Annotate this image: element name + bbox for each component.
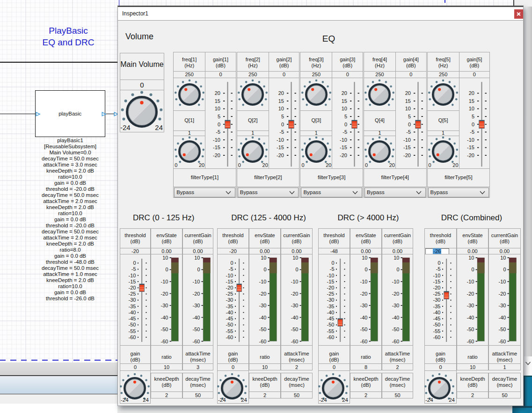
svg-text:-5: -5 [216,129,220,135]
svg-text:-20: -20 [403,152,411,158]
svg-text:-50: -50 [129,322,136,327]
svg-text:10: 10 [394,255,399,261]
svg-text:-30: -30 [226,297,233,303]
svg-text:-15: -15 [327,279,335,284]
svg-text:-15: -15 [226,279,233,284]
svg-text:5: 5 [344,114,347,119]
svg-text:10: 10 [261,255,266,261]
svg-text:-5: -5 [343,129,348,135]
svg-text:-15: -15 [467,145,474,150]
svg-text:-30: -30 [259,303,267,308]
svg-text:-50: -50 [259,326,267,332]
svg-text:15: 15 [342,98,347,103]
svg-text:-40: -40 [291,315,299,320]
svg-text:15: 15 [468,98,474,103]
svg-text:-20: -20 [259,291,267,297]
svg-text:-40: -40 [161,315,168,320]
svg-text:0: 0 [471,121,474,127]
svg-text:20: 20 [468,90,474,96]
svg-text:-10: -10 [340,137,347,142]
svg-text:-5: -5 [470,129,474,135]
svg-text:5: 5 [408,114,411,119]
svg-text:-25: -25 [129,291,136,297]
svg-text:0: 0 [331,260,334,266]
svg-text:-10: -10 [433,273,441,278]
svg-text:-20: -20 [277,152,284,158]
svg-text:-60: -60 [193,339,200,344]
svg-text:-60: -60 [360,339,368,344]
svg-text:-60: -60 [467,339,474,344]
svg-text:10: 10 [342,106,347,111]
svg-text:-10: -10 [360,279,368,284]
svg-text:-60: -60 [291,339,299,344]
svg-text:-20: -20 [226,285,233,290]
svg-text:-40: -40 [467,315,474,320]
svg-text:-45: -45 [129,316,136,321]
svg-text:10: 10 [194,255,200,261]
svg-text:-10: -10 [499,279,506,284]
svg-text:-50: -50 [226,322,233,327]
svg-text:-55: -55 [129,328,136,334]
svg-text:-30: -30 [193,303,200,308]
svg-text:-20: -20 [193,291,200,297]
svg-text:-45: -45 [327,316,335,321]
svg-text:-45: -45 [433,316,441,321]
svg-text:-10: -10 [259,279,267,284]
svg-text:-50: -50 [193,326,200,332]
svg-text:-20: -20 [433,285,441,290]
svg-text:-60: -60 [226,334,233,340]
svg-text:-25: -25 [226,291,233,297]
svg-text:10: 10 [362,255,367,261]
svg-text:-50: -50 [327,322,335,327]
svg-text:-20: -20 [467,291,474,297]
svg-text:-50: -50 [499,326,506,332]
svg-text:15: 15 [215,98,220,103]
svg-text:-60: -60 [259,339,267,344]
svg-text:-40: -40 [433,310,441,315]
svg-text:-10: -10 [161,279,168,284]
svg-text:-55: -55 [226,328,233,334]
svg-text:-50: -50 [467,326,474,332]
svg-text:-40: -40 [327,310,335,315]
svg-text:-15: -15 [129,279,136,284]
svg-text:-10: -10 [213,137,220,142]
svg-text:0: 0 [295,267,298,272]
svg-text:-50: -50 [360,326,368,332]
svg-text:20: 20 [342,90,347,96]
svg-text:10: 10 [468,106,474,111]
svg-text:10: 10 [405,106,411,111]
svg-text:-55: -55 [433,328,441,334]
svg-text:-15: -15 [213,145,220,150]
svg-text:-55: -55 [327,328,335,334]
svg-text:15: 15 [278,98,284,103]
svg-text:-10: -10 [403,137,411,142]
svg-text:-5: -5 [131,266,136,272]
svg-text:-10: -10 [129,273,136,278]
svg-text:-10: -10 [467,137,474,142]
svg-text:-20: -20 [340,152,347,158]
svg-text:0: 0 [503,267,506,272]
svg-text:-5: -5 [436,266,441,272]
svg-text:0: 0 [230,260,233,266]
svg-text:5: 5 [471,114,474,119]
svg-text:-25: -25 [433,291,441,297]
svg-text:-40: -40 [129,310,136,315]
svg-text:0: 0 [471,267,474,272]
svg-text:5: 5 [218,114,220,119]
svg-text:-10: -10 [327,273,335,278]
svg-text:10: 10 [468,255,474,261]
svg-text:-50: -50 [161,326,168,332]
svg-text:0: 0 [344,121,347,127]
svg-text:-20: -20 [392,291,400,297]
svg-text:-40: -40 [193,315,200,320]
svg-text:-60: -60 [392,339,400,344]
svg-text:-10: -10 [291,279,299,284]
svg-text:0: 0 [408,121,411,127]
svg-text:20: 20 [215,90,220,96]
svg-text:-40: -40 [259,315,267,320]
svg-text:-60: -60 [161,339,168,344]
svg-text:-35: -35 [226,304,233,309]
svg-text:-10: -10 [277,137,284,142]
svg-text:-20: -20 [213,152,220,158]
svg-text:-10: -10 [193,279,200,284]
